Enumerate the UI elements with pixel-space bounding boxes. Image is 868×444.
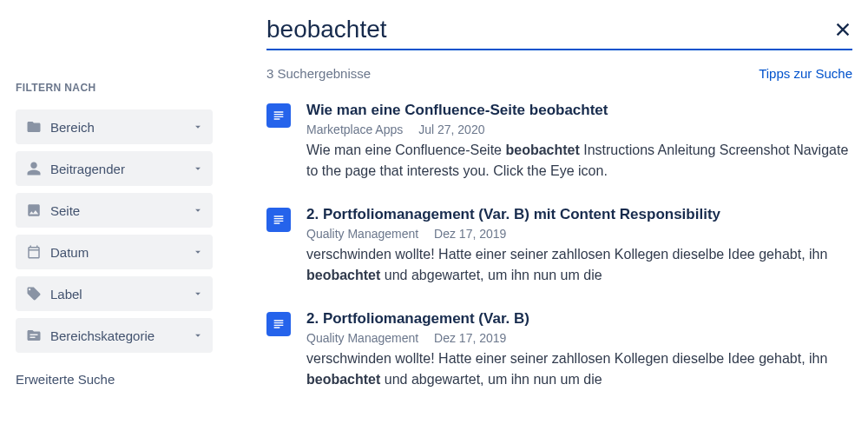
search-input[interactable] [266,16,833,43]
result-space: Marketplace Apps [306,123,403,136]
result-snippet: verschwinden wollte! Hatte einer seiner … [306,348,852,390]
advanced-search-link[interactable]: Erweiterte Suche [16,372,213,387]
filter-label: Seite [50,203,192,218]
filter-seite[interactable]: Seite [16,193,213,228]
doc-icon [266,208,291,232]
results-meta: 3 Suchergebnisse Tipps zur Suche [266,66,852,81]
filter-label: Bereichskategorie [50,328,192,343]
tag-icon [26,286,42,302]
folders-icon [26,328,42,343]
person-icon [26,161,42,176]
filter-datum[interactable]: Datum [16,235,213,269]
result-date: Dez 17, 2019 [434,227,506,241]
search-tips-link[interactable]: Tipps zur Suche [759,66,852,81]
filter-label: Beitragender [50,162,192,176]
result-meta: Marketplace Apps Jul 27, 2020 [306,123,852,136]
search-result: 2. Portfoliomanagement (Var. B) Quality … [266,310,852,390]
calendar-icon [26,244,42,260]
filter-sidebar: FILTERN NACH Bereich Beitragender Seite … [0,0,213,390]
result-meta: Quality Management Dez 17, 2019 [306,331,852,345]
result-count: 3 Suchergebnisse [266,66,371,81]
result-space: Quality Management [306,331,418,345]
filter-beitragender[interactable]: Beitragender [16,151,213,186]
filter-label: Bereich [50,120,192,135]
filter-heading: FILTERN NACH [16,82,213,94]
search-row [266,16,852,50]
filter-label: Label [50,287,192,302]
close-icon[interactable] [833,20,852,39]
result-snippet: Wie man eine Confluence-Seite beobachtet… [306,140,852,182]
doc-icon [266,103,291,128]
result-space: Quality Management [306,227,418,241]
filter-list: Bereich Beitragender Seite Datum Lab [16,109,213,353]
filter-bereich[interactable]: Bereich [16,109,213,144]
chevron-down-icon [192,162,204,175]
results-list: Wie man eine Confluence-Seite beobachtet… [266,102,852,390]
chevron-down-icon [192,246,204,258]
filter-bereichskategorie[interactable]: Bereichskategorie [16,318,213,353]
chevron-down-icon [192,288,204,300]
doc-icon [266,312,291,336]
search-result: Wie man eine Confluence-Seite beobachtet… [266,102,852,182]
chevron-down-icon [192,204,204,216]
result-meta: Quality Management Dez 17, 2019 [306,227,852,241]
main-panel: 3 Suchergebnisse Tipps zur Suche Wie man… [213,0,868,390]
chevron-down-icon [192,329,204,341]
filter-label[interactable]: Label [16,276,213,311]
result-title[interactable]: Wie man eine Confluence-Seite beobachtet [306,102,852,119]
result-date: Dez 17, 2019 [434,331,506,345]
search-result: 2. Portfoliomanagement (Var. B) mit Cont… [266,206,852,286]
filter-label: Datum [50,245,192,260]
folder-icon [26,119,42,135]
result-snippet: verschwinden wollte! Hatte einer seiner … [306,244,852,286]
result-title[interactable]: 2. Portfoliomanagement (Var. B) [306,310,852,328]
result-title[interactable]: 2. Portfoliomanagement (Var. B) mit Cont… [306,206,852,223]
result-date: Jul 27, 2020 [418,123,484,136]
chevron-down-icon [192,121,204,133]
image-icon [26,202,42,218]
